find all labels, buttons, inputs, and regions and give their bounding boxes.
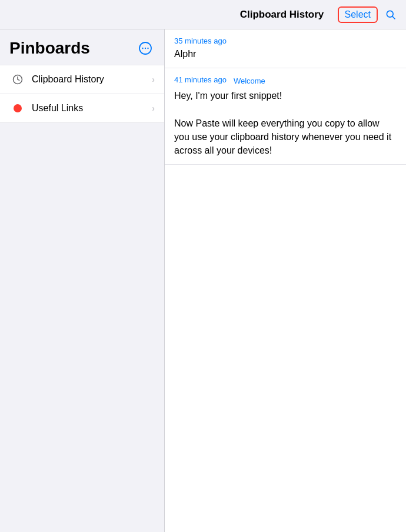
sidebar-item-useful-links-label: Useful Links	[32, 103, 152, 114]
chevron-right-icon-2: ›	[152, 104, 155, 113]
content-area: 35 minutes ago Alphr 41 minutes ago Welc…	[165, 29, 406, 532]
search-button[interactable]	[382, 6, 399, 23]
sidebar-item-clipboard-history-label: Clipboard History	[32, 74, 152, 85]
svg-line-1	[392, 16, 395, 19]
nav-actions: Select	[338, 6, 399, 23]
clipboard-item-2-time: 41 minutes ago	[174, 75, 227, 84]
sidebar-header: Pinboards	[0, 29, 164, 62]
svg-point-4	[145, 48, 146, 49]
clipboard-item-1-text: Alphr	[174, 48, 397, 61]
useful-links-icon	[9, 100, 26, 117]
sidebar-item-useful-links[interactable]: Useful Links ›	[0, 94, 164, 123]
clock-icon	[12, 74, 24, 85]
red-dot-icon	[14, 104, 22, 112]
clipboard-item-2-tag: Welcome	[234, 77, 265, 85]
svg-point-3	[142, 48, 143, 49]
select-button[interactable]: Select	[338, 6, 378, 23]
sidebar-title: Pinboards	[9, 39, 90, 58]
clipboard-history-icon	[9, 71, 26, 88]
clipboard-item-2[interactable]: 41 minutes ago Welcome Hey, I'm your fir…	[165, 68, 406, 165]
more-icon	[138, 41, 152, 55]
svg-point-0	[387, 11, 393, 17]
nav-bar-center-right: Clipboard History Select	[165, 6, 399, 23]
search-icon	[385, 9, 397, 21]
app-container: Clipboard History Select Pinboards	[0, 0, 406, 532]
clipboard-item-1[interactable]: 35 minutes ago Alphr	[165, 29, 406, 68]
clipboard-item-1-time: 35 minutes ago	[174, 36, 397, 45]
clipboard-item-2-header: 41 minutes ago Welcome	[174, 75, 397, 87]
sidebar-item-clipboard-history[interactable]: Clipboard History ›	[0, 65, 164, 94]
sidebar-list: Clipboard History › Useful Links ›	[0, 62, 164, 125]
more-options-button[interactable]	[136, 39, 155, 58]
chevron-right-icon: ›	[152, 75, 155, 84]
sidebar: Pinboards	[0, 29, 165, 532]
main-layout: Pinboards	[0, 29, 406, 532]
nav-title: Clipboard History	[240, 9, 324, 21]
nav-bar: Clipboard History Select	[0, 0, 406, 29]
clipboard-item-2-text: Hey, I'm your first snippet! Now Paste w…	[174, 89, 397, 157]
svg-point-5	[147, 48, 148, 49]
